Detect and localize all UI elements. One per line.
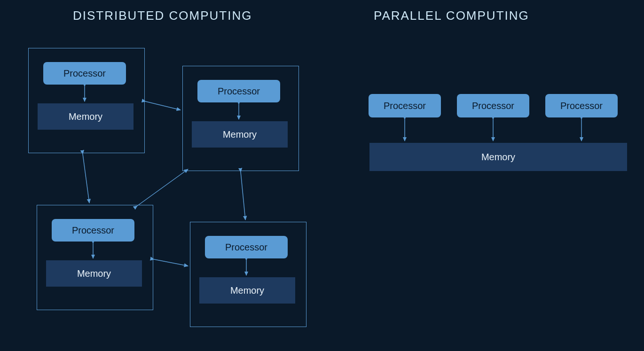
processor-box-4: Processor [205, 236, 288, 258]
arrow-n3-n2 [137, 169, 188, 206]
memory-box-3: Memory [46, 260, 142, 287]
processor-box-3: Processor [52, 219, 134, 242]
parallel-shared-memory: Memory [369, 143, 627, 171]
arrow-n1-n3 [83, 154, 89, 203]
memory-box-1: Memory [38, 103, 134, 130]
parallel-processor-1: Processor [369, 94, 441, 117]
arrow-n1-n2 [146, 101, 181, 110]
parallel-processor-3: Processor [545, 94, 618, 117]
processor-box-2: Processor [197, 80, 280, 102]
arrow-n2-n4 [241, 172, 245, 220]
parallel-processor-2: Processor [457, 94, 529, 117]
parallel-title: PARALLEL COMPUTING [374, 8, 529, 23]
distributed-title: DISTRIBUTED COMPUTING [73, 8, 252, 23]
arrow-n3-n4 [154, 259, 188, 266]
processor-box-1: Processor [43, 62, 126, 85]
memory-box-4: Memory [199, 277, 295, 304]
memory-box-2: Memory [192, 121, 288, 148]
